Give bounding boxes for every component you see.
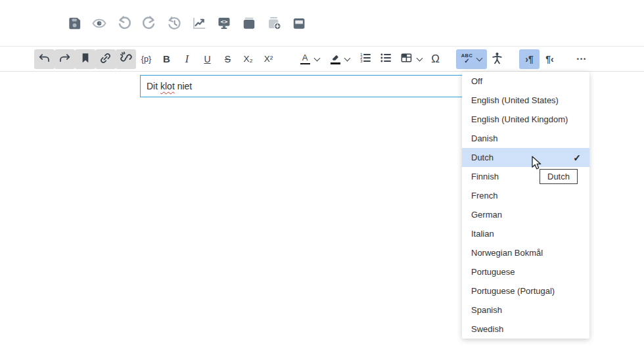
editor-text-before: Dit: [147, 81, 160, 91]
superscript-label: X²: [264, 54, 273, 64]
menu-item-swedish[interactable]: Swedish: [462, 320, 589, 339]
chevron-down-icon: [476, 55, 483, 61]
redo-button[interactable]: [55, 49, 75, 69]
text-direction-rtl-button[interactable]: ¶‹: [540, 49, 560, 69]
strikethrough-button[interactable]: S: [218, 49, 238, 69]
source-code-icon[interactable]: <>: [216, 15, 232, 31]
duplicate-add-icon[interactable]: [266, 15, 282, 31]
menu-item-spanish[interactable]: Spanish: [462, 300, 589, 320]
menu-item-italian[interactable]: Italian: [462, 224, 589, 243]
special-characters-label: Ω: [431, 53, 440, 66]
unlink-button[interactable]: [116, 49, 136, 69]
menu-item-portuguese[interactable]: Portuguese: [462, 262, 589, 281]
font-color-button[interactable]: A: [294, 49, 325, 69]
unlink-icon: [119, 51, 133, 67]
rtl-paragraph-label: ¶‹: [545, 54, 553, 64]
undo-button[interactable]: [34, 49, 55, 69]
special-characters-button[interactable]: Ω: [425, 49, 446, 69]
spellcheck-icon: ABC ✓: [461, 53, 472, 65]
svg-text:<>: <>: [221, 18, 228, 25]
editor-text-block[interactable]: Dit klot niet: [140, 75, 467, 97]
code-block-label: {p}: [141, 55, 151, 64]
redo-icon: [58, 51, 72, 67]
more-options-dots: •••: [577, 56, 587, 62]
strikethrough-label: S: [225, 54, 231, 64]
preview-icon[interactable]: [91, 15, 107, 31]
insert-table-button[interactable]: [396, 49, 425, 69]
numbered-list-icon: 123: [359, 51, 372, 66]
misspelled-word: klot: [160, 81, 175, 91]
link-icon: [99, 51, 112, 67]
font-color-icon: A: [300, 53, 310, 65]
bulleted-list-icon: [379, 51, 392, 66]
save-icon[interactable]: [66, 15, 82, 31]
menu-item-english-us[interactable]: English (United States): [462, 91, 589, 110]
spellcheck-check-glyph: ✓: [464, 58, 469, 64]
subscript-button[interactable]: X₂: [238, 49, 258, 69]
editor-text-after: niet: [175, 81, 192, 91]
svg-text:3: 3: [360, 59, 363, 63]
menu-item-norwegian[interactable]: Norwegian Bokmål: [462, 243, 589, 262]
archive-icon[interactable]: [241, 15, 257, 31]
menu-item-danish[interactable]: Danish: [462, 129, 589, 148]
menu-item-portuguese-portugal[interactable]: Portuguese (Portugal): [462, 281, 589, 300]
undo-icon: [37, 51, 51, 67]
bold-button[interactable]: B: [156, 49, 177, 69]
tooltip: Dutch: [540, 169, 578, 184]
checkmark-icon: ✓: [573, 153, 581, 163]
redo-icon[interactable]: [141, 15, 157, 31]
underline-label: U: [204, 54, 210, 64]
numbered-list-button[interactable]: 123: [355, 49, 375, 69]
formatting-toolbar: {p} B I U S X₂ X² A 123: [0, 46, 644, 72]
highlight-marker-icon: [331, 53, 340, 64]
more-options-button[interactable]: •••: [572, 49, 592, 69]
spellcheck-language-button[interactable]: ABC ✓: [456, 49, 487, 69]
italic-label: I: [185, 53, 189, 65]
menu-item-english-uk[interactable]: English (United Kingdom): [462, 110, 589, 129]
ltr-paragraph-label: ›¶: [525, 54, 533, 64]
italic-button[interactable]: I: [177, 49, 197, 69]
bookmark-icon: [79, 51, 92, 66]
undo-icon[interactable]: [116, 15, 132, 31]
menu-item-off[interactable]: Off: [462, 72, 589, 91]
code-block-button[interactable]: {p}: [136, 49, 156, 69]
text-direction-ltr-button[interactable]: ›¶: [519, 49, 540, 69]
superscript-button[interactable]: X²: [258, 49, 279, 69]
accessibility-button[interactable]: [487, 49, 507, 69]
font-color-label: A: [302, 53, 308, 62]
accessibility-person-icon: [490, 51, 504, 67]
spellcheck-language-menu: Off English (United States) English (Uni…: [462, 72, 589, 339]
menu-item-french[interactable]: French: [462, 186, 589, 205]
revision-history-icon[interactable]: [166, 15, 182, 31]
statistics-icon[interactable]: [191, 15, 207, 31]
chevron-down-icon: [344, 55, 350, 61]
underline-button[interactable]: U: [197, 49, 218, 69]
tooltip-text: Dutch: [547, 172, 570, 181]
top-toolbar: <>: [0, 0, 644, 46]
bookmark-button[interactable]: [75, 49, 95, 69]
link-button[interactable]: [95, 49, 116, 69]
bulleted-list-button[interactable]: [375, 49, 396, 69]
menu-item-dutch[interactable]: Dutch ✓: [462, 148, 589, 167]
table-icon: [400, 51, 413, 66]
menu-item-german[interactable]: German: [462, 205, 589, 224]
bold-label: B: [163, 53, 170, 64]
storage-icon[interactable]: [291, 15, 307, 31]
subscript-label: X₂: [243, 54, 252, 64]
chevron-down-icon: [313, 55, 320, 61]
chevron-down-icon: [416, 55, 423, 61]
highlight-button[interactable]: [325, 49, 355, 69]
